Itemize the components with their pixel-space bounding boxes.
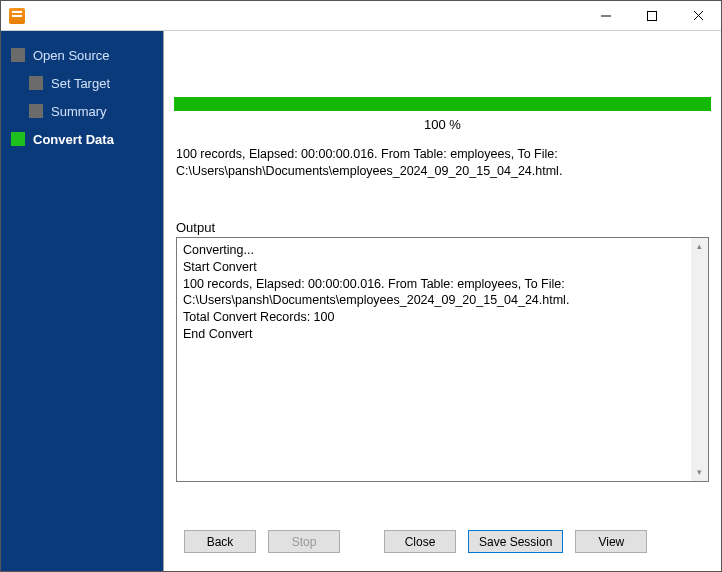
output-line: End Convert bbox=[183, 326, 688, 343]
output-label: Output bbox=[176, 220, 709, 235]
sidebar-item-label: Summary bbox=[51, 104, 107, 119]
app-icon bbox=[9, 8, 25, 24]
save-session-button[interactable]: Save Session bbox=[468, 530, 563, 553]
stop-button[interactable]: Stop bbox=[268, 530, 340, 553]
progress-percent-label: 100 % bbox=[174, 117, 711, 132]
main-panel: 100 % 100 records, Elapsed: 00:00:00.016… bbox=[163, 31, 721, 571]
status-line: 100 records, Elapsed: 00:00:00.016. From… bbox=[176, 146, 709, 163]
output-line: 100 records, Elapsed: 00:00:00.016. From… bbox=[183, 276, 688, 310]
output-textarea[interactable]: Converting... Start Convert 100 records,… bbox=[176, 237, 709, 482]
step-box-icon bbox=[11, 48, 25, 62]
sidebar-item-open-source[interactable]: Open Source bbox=[1, 41, 163, 69]
back-button[interactable]: Back bbox=[184, 530, 256, 553]
progress-fill bbox=[174, 97, 711, 111]
step-box-icon bbox=[29, 76, 43, 90]
titlebar bbox=[1, 1, 721, 31]
wizard-sidebar: Open Source Set Target Summary Convert D… bbox=[1, 31, 163, 571]
close-window-button[interactable] bbox=[675, 1, 721, 30]
progress-bar bbox=[174, 97, 711, 111]
status-summary: 100 records, Elapsed: 00:00:00.016. From… bbox=[176, 146, 709, 180]
minimize-button[interactable] bbox=[583, 1, 629, 30]
sidebar-item-label: Convert Data bbox=[33, 132, 114, 147]
scroll-down-icon[interactable]: ▾ bbox=[691, 464, 708, 481]
svg-rect-1 bbox=[648, 11, 657, 20]
status-line: C:\Users\pansh\Documents\employees_2024_… bbox=[176, 163, 709, 180]
scroll-up-icon[interactable]: ▴ bbox=[691, 238, 708, 255]
sidebar-item-summary[interactable]: Summary bbox=[1, 97, 163, 125]
output-line: Converting... bbox=[183, 242, 688, 259]
view-button[interactable]: View bbox=[575, 530, 647, 553]
step-box-icon bbox=[11, 132, 25, 146]
button-row: Back Stop Close Save Session View bbox=[170, 520, 715, 565]
close-button[interactable]: Close bbox=[384, 530, 456, 553]
step-box-icon bbox=[29, 104, 43, 118]
sidebar-item-label: Set Target bbox=[51, 76, 110, 91]
vertical-scrollbar[interactable]: ▴ ▾ bbox=[691, 238, 708, 481]
output-content: Converting... Start Convert 100 records,… bbox=[183, 242, 688, 477]
progress-section: 100 % bbox=[174, 97, 711, 132]
output-line: Total Convert Records: 100 bbox=[183, 309, 688, 326]
sidebar-item-label: Open Source bbox=[33, 48, 110, 63]
window-controls bbox=[583, 1, 721, 30]
sidebar-item-convert-data[interactable]: Convert Data bbox=[1, 125, 163, 153]
sidebar-item-set-target[interactable]: Set Target bbox=[1, 69, 163, 97]
maximize-button[interactable] bbox=[629, 1, 675, 30]
output-line: Start Convert bbox=[183, 259, 688, 276]
